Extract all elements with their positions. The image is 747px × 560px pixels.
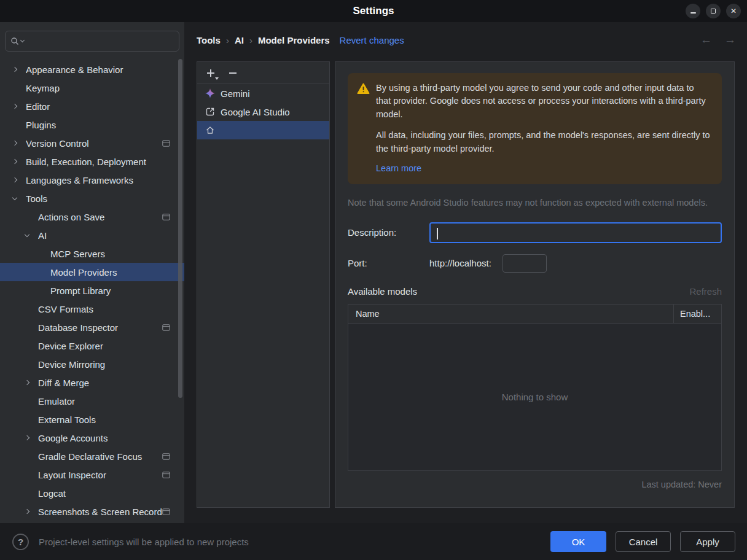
sidebar-item-mcp-servers[interactable]: MCP Servers xyxy=(0,244,184,263)
sidebar-item-actions-on-save[interactable]: Actions on Save xyxy=(0,208,184,226)
breadcrumb-tools[interactable]: Tools xyxy=(197,35,221,45)
sidebar-item-layout-inspector[interactable]: Layout Inspector xyxy=(0,465,184,484)
sidebar-item-external-tools[interactable]: External Tools xyxy=(0,410,184,429)
chevron-icon[interactable] xyxy=(9,60,21,79)
ok-button[interactable]: OK xyxy=(550,531,606,552)
sidebar-item-label: Screenshots & Screen Recordi xyxy=(38,507,162,517)
column-header-enabled[interactable]: Enabl... xyxy=(674,305,721,323)
sidebar-item-gradle-declarative-focus[interactable]: Gradle Declarative Focus xyxy=(0,447,184,465)
external-models-note: Note that some Android Studio features m… xyxy=(348,198,722,208)
sidebar-item-label: MCP Servers xyxy=(50,249,184,259)
sidebar-item-device-explorer[interactable]: Device Explorer xyxy=(0,336,184,355)
sidebar-item-keymap[interactable]: Keymap xyxy=(0,79,184,97)
chevron-icon[interactable] xyxy=(21,355,33,373)
chevron-icon[interactable] xyxy=(21,502,33,521)
cancel-button[interactable]: Cancel xyxy=(616,531,671,552)
search-input[interactable] xyxy=(26,36,174,46)
titlebar: Settings ✕ xyxy=(0,0,747,22)
sidebar-item-label: Tools xyxy=(26,193,184,204)
chevron-icon[interactable] xyxy=(21,336,33,355)
add-dropdown-caret-icon xyxy=(215,77,219,80)
settings-sidebar: Appearance & Behavior Keymap Editor Plug… xyxy=(0,22,184,523)
chevron-icon[interactable] xyxy=(21,318,33,336)
sidebar-item-logcat[interactable]: Logcat xyxy=(0,484,184,502)
sidebar-item-label: Prompt Library xyxy=(50,286,184,296)
chevron-icon[interactable] xyxy=(21,208,33,226)
sidebar-item-appearance-behavior[interactable]: Appearance & Behavior xyxy=(0,60,184,79)
chevron-icon[interactable] xyxy=(21,300,33,318)
refresh-button[interactable]: Refresh xyxy=(689,286,722,297)
port-input[interactable] xyxy=(503,254,547,273)
sidebar-item-label: External Tools xyxy=(38,414,184,425)
breadcrumb-ai[interactable]: AI xyxy=(235,35,244,45)
chevron-icon[interactable] xyxy=(9,134,21,152)
chevron-icon[interactable] xyxy=(9,152,21,171)
chevron-icon[interactable] xyxy=(33,263,45,281)
chevron-icon[interactable] xyxy=(21,484,33,502)
settings-card-icon xyxy=(162,214,170,220)
chevron-icon[interactable] xyxy=(21,447,33,465)
sidebar-item-label: Model Providers xyxy=(50,267,184,278)
sidebar-item-languages-frameworks[interactable]: Languages & Frameworks xyxy=(0,171,184,189)
chevron-icon[interactable] xyxy=(21,465,33,484)
sidebar-item-label: Version Control xyxy=(26,138,162,149)
sidebar-item-plugins[interactable]: Plugins xyxy=(0,115,184,134)
breadcrumb-model-providers[interactable]: Model Providers xyxy=(258,35,330,45)
sidebar-item-build-execution-deployment[interactable]: Build, Execution, Deployment xyxy=(0,152,184,171)
chevron-icon[interactable] xyxy=(21,429,33,447)
learn-more-link[interactable]: Learn more xyxy=(376,162,421,175)
chevron-icon[interactable] xyxy=(33,244,45,263)
chevron-icon[interactable] xyxy=(9,79,21,97)
sidebar-item-tools[interactable]: Tools xyxy=(0,189,184,208)
sidebar-scrollbar[interactable] xyxy=(178,59,182,398)
chevron-icon[interactable] xyxy=(33,281,45,300)
sidebar-item-editor[interactable]: Editor xyxy=(0,97,184,115)
provider-item-google-ai-studio[interactable]: Google AI Studio xyxy=(197,103,329,121)
sidebar-item-emulator[interactable]: Emulator xyxy=(0,392,184,410)
provider-item-gemini[interactable]: Gemini xyxy=(197,84,329,103)
chevron-icon[interactable] xyxy=(9,115,21,134)
chevron-icon[interactable] xyxy=(9,189,21,208)
description-input[interactable] xyxy=(431,224,721,242)
help-button[interactable]: ? xyxy=(12,534,29,550)
warning-text-1: By using a third-party model you agree t… xyxy=(376,82,711,121)
add-provider-button[interactable] xyxy=(206,68,216,78)
models-table: Name Enabl... Nothing to show xyxy=(348,304,722,471)
provider-item-untitled[interactable] xyxy=(197,121,329,139)
sidebar-item-diff-merge[interactable]: Diff & Merge xyxy=(0,373,184,392)
sidebar-item-ai[interactable]: AI xyxy=(0,226,184,244)
forward-icon[interactable]: → xyxy=(724,33,736,47)
column-header-name[interactable]: Name xyxy=(348,305,673,323)
chevron-icon[interactable] xyxy=(9,97,21,115)
chevron-icon[interactable] xyxy=(21,373,33,392)
revert-changes-link[interactable]: Revert changes xyxy=(340,35,404,45)
chevron-icon[interactable] xyxy=(21,410,33,429)
search-icon xyxy=(10,37,19,45)
sidebar-item-device-mirroring[interactable]: Device Mirroring xyxy=(0,355,184,373)
remove-provider-button[interactable] xyxy=(228,68,238,78)
settings-search-box[interactable] xyxy=(5,31,179,52)
sidebar-item-label: Database Inspector xyxy=(38,322,162,333)
apply-button[interactable]: Apply xyxy=(680,531,735,552)
sidebar-item-screenshots-screen-recordi[interactable]: Screenshots & Screen Recordi xyxy=(0,502,184,521)
last-updated-text: Last updated: Never xyxy=(348,480,722,489)
back-icon[interactable]: ← xyxy=(700,33,712,47)
sidebar-item-google-accounts[interactable]: Google Accounts xyxy=(0,429,184,447)
sidebar-item-csv-formats[interactable]: CSV Formats xyxy=(0,300,184,318)
close-button[interactable]: ✕ xyxy=(726,4,741,18)
sidebar-item-database-inspector[interactable]: Database Inspector xyxy=(0,318,184,336)
sidebar-item-model-providers[interactable]: Model Providers xyxy=(0,263,184,281)
chevron-icon[interactable] xyxy=(21,226,33,244)
maximize-icon xyxy=(711,9,716,14)
sidebar-item-prompt-library[interactable]: Prompt Library xyxy=(0,281,184,300)
help-icon: ? xyxy=(18,537,23,547)
minimize-button[interactable] xyxy=(686,4,700,18)
port-label: Port: xyxy=(348,258,429,268)
sidebar-item-version-control[interactable]: Version Control xyxy=(0,134,184,152)
chevron-icon[interactable] xyxy=(21,392,33,410)
maximize-button[interactable] xyxy=(706,4,721,18)
chevron-icon[interactable] xyxy=(9,171,21,189)
search-history-chevron-icon[interactable] xyxy=(20,38,25,42)
third-party-warning-banner: By using a third-party model you agree t… xyxy=(348,73,722,184)
port-prefix: http://localhost: xyxy=(429,258,491,268)
